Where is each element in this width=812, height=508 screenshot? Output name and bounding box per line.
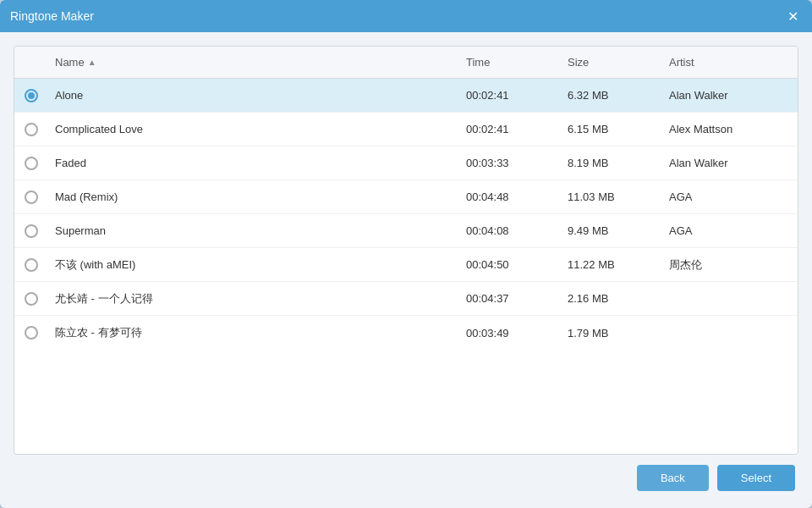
header-artist: Artist — [662, 56, 798, 69]
cell-size-1: 6.15 MB — [561, 123, 662, 135]
table-row[interactable]: 不该 (with aMEI) 00:04:50 11.22 MB 周杰伦 — [14, 248, 798, 282]
main-content: Name ▲ Time Size Artist Alone 00:02:41 6… — [0, 32, 812, 508]
cell-time-6: 00:04:37 — [459, 292, 561, 305]
cell-artist-0: Alan Walker — [662, 89, 798, 102]
table-row[interactable]: Alone 00:02:41 6.32 MB Alan Walker — [14, 79, 798, 113]
radio-cell-4[interactable] — [14, 224, 48, 238]
cell-name-1: Complicated Love — [48, 123, 459, 135]
radio-cell-5[interactable] — [14, 258, 48, 272]
table-row[interactable]: 尤长靖 - 一个人记得 00:04:37 2.16 MB — [14, 282, 798, 316]
cell-name-5: 不该 (with aMEI) — [48, 257, 459, 273]
app-window: Ringtone Maker ✕ Name ▲ Time Size Artist… — [0, 0, 812, 508]
window-title: Ringtone Maker — [10, 9, 94, 23]
cell-size-0: 6.32 MB — [561, 89, 662, 102]
footer-actions: Back Select — [14, 465, 798, 494]
radio-button-3[interactable] — [25, 190, 38, 204]
cell-time-3: 00:04:48 — [459, 190, 561, 203]
table-row[interactable]: Complicated Love 00:02:41 6.15 MB Alex M… — [14, 113, 798, 146]
radio-cell-2[interactable] — [14, 157, 48, 170]
cell-artist-5: 周杰伦 — [662, 257, 798, 273]
cell-artist-4: AGA — [662, 224, 798, 237]
radio-button-0[interactable] — [25, 89, 38, 102]
cell-artist-2: Alan Walker — [662, 157, 798, 169]
cell-time-5: 00:04:50 — [459, 258, 561, 271]
radio-cell-1[interactable] — [14, 123, 48, 136]
cell-size-7: 1.79 MB — [561, 327, 662, 340]
radio-cell-3[interactable] — [14, 190, 48, 204]
cell-size-6: 2.16 MB — [561, 292, 662, 305]
cell-size-4: 9.49 MB — [561, 224, 662, 237]
radio-button-6[interactable] — [25, 292, 38, 306]
header-time: Time — [459, 56, 561, 69]
cell-size-3: 11.03 MB — [561, 190, 662, 203]
close-button[interactable]: ✕ — [783, 7, 802, 25]
table-row[interactable]: Faded 00:03:33 8.19 MB Alan Walker — [14, 146, 798, 180]
cell-name-7: 陈立农 - 有梦可待 — [48, 325, 459, 340]
cell-size-5: 11.22 MB — [561, 258, 662, 271]
cell-time-0: 00:02:41 — [459, 89, 561, 102]
header-size: Size — [561, 56, 662, 69]
table-row[interactable]: 陈立农 - 有梦可待 00:03:49 1.79 MB — [14, 316, 798, 350]
song-table: Name ▲ Time Size Artist Alone 00:02:41 6… — [14, 46, 798, 455]
sort-arrow-icon: ▲ — [88, 58, 96, 67]
radio-button-5[interactable] — [25, 258, 38, 272]
select-button[interactable]: Select — [717, 465, 795, 491]
cell-time-4: 00:04:08 — [459, 224, 561, 237]
cell-name-2: Faded — [48, 157, 459, 169]
table-row[interactable]: Mad (Remix) 00:04:48 11.03 MB AGA — [14, 180, 798, 214]
table-header: Name ▲ Time Size Artist — [14, 47, 798, 79]
cell-artist-3: AGA — [662, 190, 798, 203]
cell-size-2: 8.19 MB — [561, 157, 662, 169]
radio-cell-7[interactable] — [14, 326, 48, 340]
radio-button-2[interactable] — [25, 157, 38, 170]
cell-time-7: 00:03:49 — [459, 327, 561, 340]
table-row[interactable]: Superman 00:04:08 9.49 MB AGA — [14, 214, 798, 248]
cell-name-4: Superman — [48, 224, 459, 237]
cell-time-1: 00:02:41 — [459, 123, 561, 135]
radio-button-7[interactable] — [25, 326, 38, 340]
radio-cell-0[interactable] — [14, 89, 48, 102]
table-body: Alone 00:02:41 6.32 MB Alan Walker Compl… — [14, 79, 798, 454]
radio-button-1[interactable] — [25, 123, 38, 136]
cell-name-3: Mad (Remix) — [48, 190, 459, 203]
cell-time-2: 00:03:33 — [459, 157, 561, 169]
header-name[interactable]: Name ▲ — [48, 56, 459, 69]
radio-button-4[interactable] — [25, 224, 38, 238]
radio-cell-6[interactable] — [14, 292, 48, 306]
title-bar: Ringtone Maker ✕ — [0, 0, 812, 32]
back-button[interactable]: Back — [637, 465, 709, 491]
cell-name-6: 尤长靖 - 一个人记得 — [48, 291, 459, 306]
cell-artist-1: Alex Mattson — [662, 123, 798, 135]
cell-name-0: Alone — [48, 89, 459, 102]
